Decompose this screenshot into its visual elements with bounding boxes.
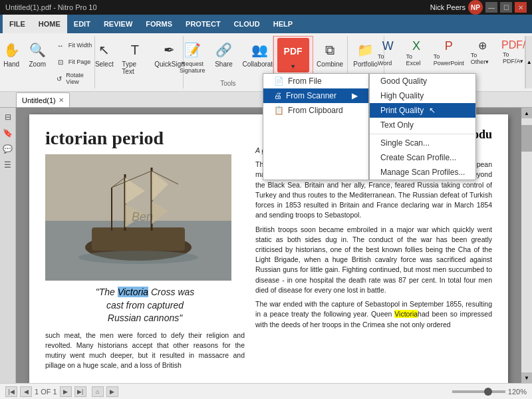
good-quality-item[interactable]: Good Quality <box>370 74 475 88</box>
word-icon: W <box>382 39 394 53</box>
fit-controls: ↔ Fit Width ⊡ Fit Page ↺ Rotate View <box>51 37 95 86</box>
from-file-item[interactable]: 📄 From File <box>263 74 368 88</box>
hand-icon: ✋ <box>1 39 22 61</box>
document-tab[interactable]: Untitled(1) ✕ <box>16 92 70 107</box>
menu-divider-1 <box>370 134 475 134</box>
scroll-down-button[interactable]: ▼ <box>521 372 532 383</box>
from-file-icon: 📄 <box>274 76 284 86</box>
thumbnail-icon[interactable]: ⊟ <box>1 110 15 124</box>
hand-button[interactable]: ✋ Hand <box>0 37 24 70</box>
rotate-view-button[interactable]: ↺ Rotate View <box>51 70 95 86</box>
scrollbar-vertical[interactable]: ▲ ▼ <box>521 108 532 383</box>
text-only-item[interactable]: Text Only <box>370 118 475 132</box>
collaborate-icon: 👥 <box>249 39 270 61</box>
type-text-button[interactable]: T Type Text <box>118 37 151 77</box>
view-buttons: ✋ Hand 🔍 Zoom ↔ Fit Width ⊡ Fit Page ↺ R… <box>0 37 95 86</box>
share-button[interactable]: 🔗 Share <box>210 37 238 70</box>
from-scanner-item[interactable]: 🖨 From Scanner ▶ <box>263 88 368 103</box>
zoom-slider[interactable] <box>452 390 505 393</box>
portfolio-icon: 📁 <box>355 39 376 61</box>
menu-tab-cloud[interactable]: CLOUD <box>227 15 267 33</box>
menu-bar: FILE HOME EDIT REVIEW FORMS PROTECT CLOU… <box>0 15 532 33</box>
scanner-submenu: Good Quality High Quality Print Quality … <box>369 73 476 180</box>
excel-icon: X <box>412 39 420 53</box>
maximize-button[interactable]: ☐ <box>500 2 512 13</box>
select-button[interactable]: ↖ Select <box>91 37 117 70</box>
avatar: NP <box>468 0 483 15</box>
rotate-icon: ↺ <box>54 72 65 85</box>
from-clipboard-item[interactable]: 📋 From Clipboard <box>263 103 368 118</box>
from-scanner-icon: 🖨 <box>274 91 282 100</box>
convert-buttons: W To Word X To Excel P ToPowerPoint ⊕ To… <box>375 37 532 68</box>
pdf-left-column: ictorian period <box>45 128 245 371</box>
to-excel-button[interactable]: X To Excel <box>403 37 429 68</box>
first-page-button[interactable]: |◀ <box>5 386 17 397</box>
menu-tab-review[interactable]: REVIEW <box>97 15 139 33</box>
combine-icon: ⧉ <box>319 39 340 61</box>
fields-icon[interactable]: ☰ <box>1 158 15 172</box>
print-quality-item[interactable]: Print Quality ↖ <box>370 103 475 118</box>
bookmark-icon[interactable]: 🔖 <box>1 126 15 140</box>
menu-tab-forms[interactable]: FORMS <box>139 15 179 33</box>
next-page-button[interactable]: ▶ <box>60 386 72 397</box>
close-button[interactable]: ✕ <box>515 2 527 13</box>
text-buttons: ↖ Select T Type Text ✒ QuickSign <box>91 37 187 86</box>
dropdown-overlay: 📄 From File 🖨 From Scanner ▶ 📋 From Clip… <box>263 73 476 180</box>
pdf-body-left: such meat, the men were forced to defy t… <box>45 331 245 371</box>
minimize-button[interactable]: — <box>485 2 497 13</box>
menu-tab-home[interactable]: HOME <box>32 15 67 33</box>
title-bar: Untitled(1).pdf - Nitro Pro 10 Nick Peer… <box>0 0 532 15</box>
pdf-left-heading: ictorian period <box>45 128 245 149</box>
pdf-button[interactable]: PDF ▼ <box>277 38 309 72</box>
to-other-button[interactable]: ⊕ To Other▾ <box>468 37 497 68</box>
ribbon-expand-button[interactable]: ▲ <box>525 36 532 88</box>
tab-close-button[interactable]: ✕ <box>59 96 64 104</box>
victoria-highlight-yellow: Victoria <box>394 310 418 318</box>
select-icon: ↖ <box>94 39 115 61</box>
cursor-indicator: ↖ <box>429 106 436 115</box>
ship-image: Ben <box>45 154 231 281</box>
tools-group-label: Tools <box>220 78 235 87</box>
scroll-up-button[interactable]: ▲ <box>521 108 532 118</box>
high-quality-item[interactable]: High Quality <box>370 88 475 103</box>
scroll-thumb[interactable] <box>521 125 532 152</box>
menu-tab-file[interactable]: FILE <box>3 15 32 33</box>
prev-page-button[interactable]: ◀ <box>20 386 32 397</box>
last-page-button[interactable]: ▶| <box>74 386 86 397</box>
scroll-track[interactable] <box>521 118 532 372</box>
request-signature-button[interactable]: 📝 RequestSignature <box>176 37 209 76</box>
zoom-icon: 🔍 <box>27 39 48 61</box>
home-button[interactable]: ⌂ <box>92 386 104 397</box>
to-word-button[interactable]: W To Word <box>375 37 401 68</box>
to-powerpoint-button[interactable]: P ToPowerPoint <box>432 37 466 68</box>
ribbon-group-text: ↖ Select T Type Text ✒ QuickSign <box>95 36 184 88</box>
menu-tab-help[interactable]: HELP <box>267 15 299 33</box>
menu-tab-protect[interactable]: PROTECT <box>179 15 227 33</box>
window-controls: — ☐ ✕ <box>485 2 527 13</box>
menu-tab-edit[interactable]: EDIT <box>67 15 97 33</box>
request-signature-icon: 📝 <box>182 39 203 61</box>
type-text-icon: T <box>124 39 146 61</box>
annotation-icon[interactable]: 💬 <box>1 142 15 156</box>
combine-button[interactable]: ⧉ Combine <box>313 37 346 70</box>
to-other-icon: ⊕ <box>478 39 487 52</box>
pdf-icon: PDF <box>283 41 304 62</box>
zoom-thumb[interactable] <box>484 388 492 396</box>
fit-page-button[interactable]: ⊡ Fit Page <box>51 54 95 70</box>
zoom-level: 120% <box>508 388 527 396</box>
manage-scan-profiles-item[interactable]: Manage Scan Profiles... <box>370 165 475 180</box>
user-name: Nick Peers <box>430 3 466 11</box>
single-scan-item[interactable]: Single Scan... <box>370 136 475 150</box>
zoom-button[interactable]: 🔍 Zoom <box>25 37 50 70</box>
play-button[interactable]: ▶ <box>106 386 118 397</box>
create-scan-profile-item[interactable]: Create Scan Profile... <box>370 150 475 165</box>
fit-width-button[interactable]: ↔ Fit Width <box>51 37 95 53</box>
pdf-body-right-2: British troops soon became embroiled in … <box>255 225 492 296</box>
ribbon-group-tools: 📝 RequestSignature 🔗 Share 👥 Collaborate… <box>184 36 273 88</box>
ribbon-group-view: ✋ Hand 🔍 Zoom ↔ Fit Width ⊡ Fit Page ↺ R… <box>0 36 95 88</box>
title-bar-title: Untitled(1).pdf - Nitro Pro 10 <box>5 3 97 11</box>
svg-text:Ben: Ben <box>132 210 153 223</box>
ship-svg: Ben <box>45 154 231 281</box>
fit-page-icon: ⊡ <box>54 55 67 68</box>
pdf-dropdown-menu: 📄 From File 🖨 From Scanner ▶ 📋 From Clip… <box>263 73 369 180</box>
